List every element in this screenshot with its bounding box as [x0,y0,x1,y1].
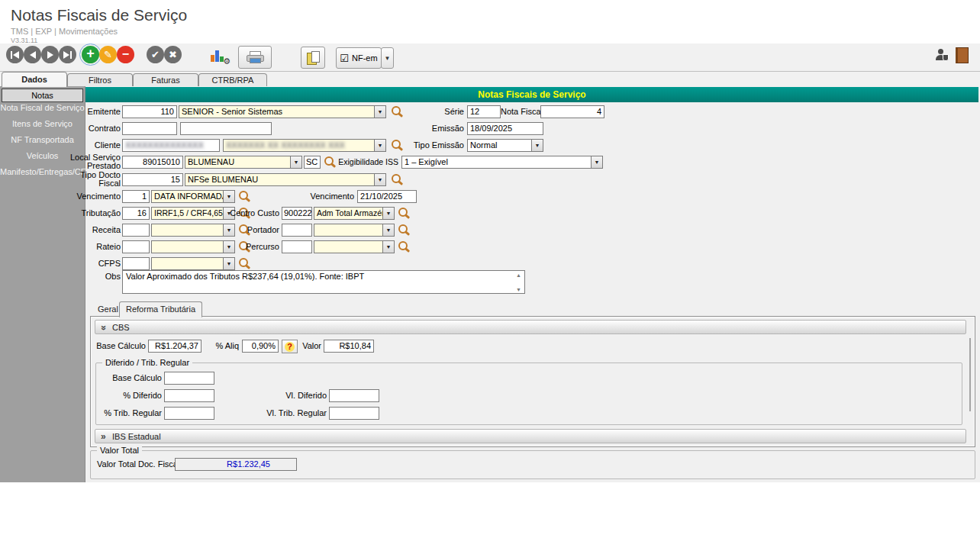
vencimento-code-field[interactable]: 1 [122,190,150,203]
scroll-down-icon[interactable]: ▼ [516,287,521,292]
copy-document-button[interactable] [301,47,325,69]
dropdown-arrow-icon[interactable]: ▼ [374,106,385,118]
tab-dados[interactable]: Dados [2,72,67,87]
dropdown-arrow-icon[interactable]: ▼ [223,258,234,269]
vencimento-data-field[interactable]: 21/10/2025 [357,190,417,203]
tributacao-combo[interactable]: IRRF1,5 / CRF4,65▼ [151,207,235,220]
tab-filtros[interactable]: Filtros [67,73,133,86]
local-servico-code-field[interactable]: 89015010 [122,156,183,169]
dropdown-arrow-icon[interactable]: ▼ [374,140,385,151]
centro-custo-code-field[interactable]: 900222 [282,207,312,220]
cliente-combo[interactable]: XXXXXXX XX XXXXXXXX XXX▼ [223,139,386,152]
rateio-code-field[interactable] [122,240,150,253]
portador-combo[interactable]: ▼ [314,224,395,237]
tab-ctrb-rpa[interactable]: CTRB/RPA [198,73,267,86]
vl-diferido-field[interactable] [329,389,379,402]
cbs-help-button[interactable]: ? [282,340,298,353]
exigibilidade-iss-combo[interactable]: 1 – Exigível▼ [401,156,603,169]
chevron-down-icon: ▼ [385,55,391,62]
dropdown-arrow-icon[interactable]: ▼ [374,174,385,185]
nota-fiscal-field[interactable]: 4 [540,105,604,118]
next-record-button[interactable] [41,46,59,63]
pct-trib-regular-label: % Trib. Regular [85,407,162,420]
dropdown-arrow-icon[interactable]: ▼ [382,208,394,219]
edit-record-button[interactable]: ✎ [99,46,117,63]
panel-scrollbar[interactable] [969,338,971,411]
contrato-code-field[interactable] [122,122,177,135]
receita-code-field[interactable] [122,224,150,237]
ibs-section-header[interactable]: » IBS Estadual [95,429,966,443]
print-button[interactable] [238,46,272,69]
dropdown-arrow-icon[interactable]: ▼ [382,241,394,253]
receita-combo[interactable]: ▼ [151,224,235,237]
cbs-section-header[interactable]: » CBS [95,320,966,334]
emitente-lookup-icon[interactable] [391,106,403,118]
person-icon [938,49,943,54]
dropdown-arrow-icon[interactable]: ▼ [290,156,301,168]
nota-fiscal-label: Nota Fiscal [501,105,537,118]
add-record-button[interactable]: + [82,46,99,63]
percurso-lookup-icon[interactable] [398,241,410,253]
last-record-button[interactable] [59,46,76,63]
tipo-docto-code-field[interactable]: 15 [122,173,183,186]
first-record-button[interactable] [6,46,24,63]
previous-arrow-icon [30,51,36,59]
confirm-button[interactable]: ✔ [147,46,164,63]
local-servico-uf-field[interactable]: SC [304,156,321,169]
portador-code-field[interactable] [282,224,312,237]
row-obs: Obs Valor Aproximado dos Tributos R$237,… [0,270,980,295]
nfem-dropdown-button[interactable]: ▼ [381,47,394,69]
tipo-emissao-combo[interactable]: Normal▼ [467,139,543,152]
tipo-docto-combo[interactable]: NFSe BLUMENAU▼ [185,173,386,186]
pct-diferido-field[interactable] [164,389,214,402]
exit-button[interactable] [956,47,969,63]
delete-record-button[interactable]: − [117,46,134,63]
cbs-aliq-field[interactable]: 0,90% [242,340,279,353]
percurso-combo[interactable]: ▼ [314,240,395,253]
centro-custo-combo[interactable]: Adm Total Armazéns▼ [314,207,395,220]
sidebar-header-notas[interactable]: Notas [2,89,83,102]
row-rateio: Rateio ▼ Percurso ▼ [0,240,980,254]
vencimento-lookup-icon[interactable] [238,191,250,203]
cfps-combo[interactable]: ▼ [151,257,235,270]
cfps-lookup-icon[interactable] [238,258,250,270]
obs-textarea[interactable]: Valor Aproximado dos Tributos R$237,64 (… [122,270,525,294]
obs-scrollbar[interactable]: ▲▼ [514,272,523,292]
tab-faturas[interactable]: Faturas [133,73,198,86]
local-servico-combo[interactable]: BLUMENAU▼ [185,156,302,169]
percurso-code-field[interactable] [282,240,312,253]
portador-lookup-icon[interactable] [398,224,410,237]
tab-reforma-tributaria[interactable]: Reforma Tributária [119,301,202,317]
cfps-code-field[interactable] [122,257,150,270]
diferido-base-field[interactable] [164,372,214,385]
emitente-code-field[interactable]: 110 [122,105,177,118]
tributacao-code-field[interactable]: 16 [122,207,150,220]
chart-settings-button[interactable]: ⚙ [211,47,229,64]
vencimento-combo[interactable]: DATA INFORMADA▼ [151,190,235,203]
serie-field[interactable]: 12 [467,105,501,118]
vl-trib-regular-field[interactable] [329,407,379,420]
dropdown-arrow-icon[interactable]: ▼ [223,191,234,202]
expand-chevron-icon[interactable]: » [101,430,106,444]
tipo-docto-lookup-icon[interactable] [391,174,403,186]
cliente-lookup-icon[interactable] [391,140,403,152]
centro-custo-lookup-icon[interactable] [398,208,410,220]
cancel-button[interactable]: ✖ [164,46,182,63]
contrato-desc-field[interactable] [180,122,272,135]
emissao-field[interactable]: 18/09/2025 [467,122,543,135]
emitente-combo[interactable]: SENIOR - Senior Sistemas▼ [179,105,386,118]
scroll-up-icon[interactable]: ▲ [516,272,521,278]
pct-trib-regular-field[interactable] [164,407,214,420]
dropdown-arrow-icon[interactable]: ▼ [382,224,394,236]
user-permissions-button[interactable] [936,49,948,61]
vencimento-data-label: Vencimento [305,190,354,203]
cliente-code-field[interactable]: XXXXXXXXXXXXXX [122,139,220,152]
rateio-combo[interactable]: ▼ [151,240,235,253]
dropdown-arrow-icon[interactable]: ▼ [531,140,543,151]
nfem-button[interactable]: ☑ NF-em [336,47,382,69]
dropdown-arrow-icon[interactable]: ▼ [591,156,602,168]
collapse-chevron-icon[interactable]: » [96,325,111,330]
cbs-valor-field[interactable]: R$10,84 [324,340,374,353]
previous-record-button[interactable] [24,46,41,63]
cbs-base-field[interactable]: R$1.204,37 [148,340,201,353]
